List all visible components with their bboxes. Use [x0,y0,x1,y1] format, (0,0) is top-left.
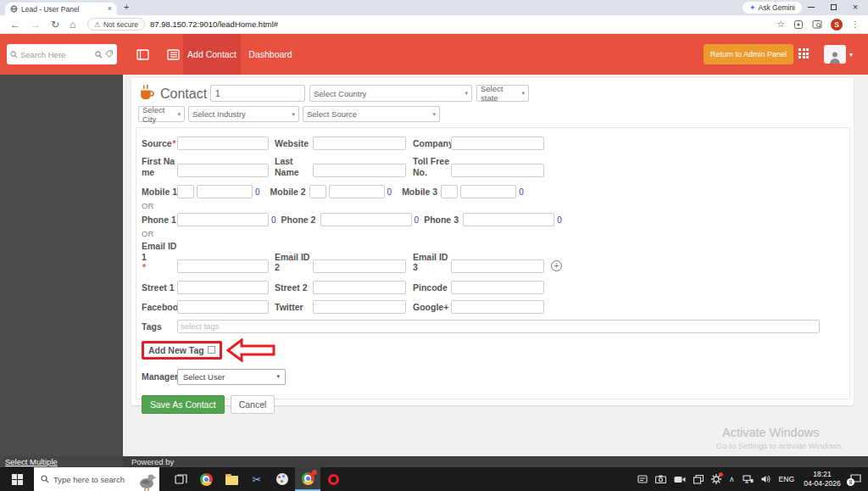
reload-icon[interactable]: ↻ [51,19,59,31]
facebook-input[interactable] [177,300,269,314]
twitter-input[interactable] [313,300,406,314]
tab-dashboard[interactable]: Dashboard [244,34,297,75]
tab-close-icon[interactable]: × [108,5,112,13]
add-new-tag-checkbox[interactable] [208,346,215,354]
cancel-button[interactable]: Cancel [231,395,275,414]
source-input[interactable] [177,137,269,150]
card-view-icon[interactable] [134,47,151,61]
paint3d-icon[interactable] [270,467,295,491]
mobile1-input[interactable] [197,185,253,198]
windows-logo-icon [12,474,23,485]
tray-app-icon[interactable] [637,475,648,483]
city-select[interactable]: Select City▾ [138,106,185,122]
user-avatar[interactable] [824,45,846,64]
phone1-input[interactable] [177,213,269,226]
camera-icon[interactable] [655,475,666,483]
taskbar-clock[interactable]: 18:21 04-04-2026 [802,470,843,488]
email3-input[interactable] [451,259,544,273]
file-explorer-icon[interactable] [219,467,244,491]
browser-tab[interactable]: Lead - User Panel × [5,3,117,15]
phone3-input[interactable] [463,213,554,226]
field-phone1: Phone 1* 0 [142,213,280,226]
field-manager: Manager Select User ▾ [142,369,843,385]
search-submit-icon[interactable] [95,51,103,59]
start-button[interactable] [0,467,34,491]
opera-icon[interactable] [320,467,346,491]
toll-free-input[interactable] [451,164,544,177]
last-name-input[interactable] [313,164,406,177]
gear-icon[interactable] [711,474,721,484]
tab-add-contact[interactable]: Add Contact [183,34,241,75]
tags-input[interactable] [177,320,820,333]
speaker-icon[interactable] [761,475,771,483]
video-camera-icon[interactable] [674,476,686,483]
app-search-input[interactable] [20,50,92,59]
extensions-icon[interactable] [793,20,804,30]
new-tab-button[interactable]: + [124,2,129,12]
save-as-contact-button[interactable]: Save As Contact [142,395,225,414]
ask-gemini-button[interactable]: ✦ Ask Gemini [743,2,802,14]
company-input[interactable] [451,137,544,150]
bookmark-star-icon[interactable]: ☆ [776,19,785,30]
snipping-tool-icon[interactable]: ✂ [244,467,270,491]
forward-icon[interactable]: → [31,19,41,31]
field-street2: Street 2 [275,281,409,294]
task-view-icon[interactable] [168,467,193,491]
select-multiple-link[interactable]: Select Multiple [0,456,123,467]
mobile1-code-input[interactable] [177,185,194,198]
phone2-input[interactable] [320,213,412,226]
window-stack-icon[interactable] [693,475,704,484]
taskbar-search-input[interactable] [53,475,126,484]
home-icon[interactable]: ⌂ [70,19,75,31]
back-icon[interactable]: ← [10,19,20,31]
apps-grid-icon[interactable] [798,48,810,60]
add-email-icon[interactable]: + [551,260,562,271]
field-email3: Email ID 3 [413,252,544,273]
list-view-icon[interactable] [164,47,181,61]
warning-icon: ⚠ [94,20,101,29]
language-indicator[interactable]: ENG [779,475,794,483]
chrome-icon[interactable] [193,467,219,491]
googleplus-input[interactable] [451,300,544,314]
field-first-name: First Name [142,156,271,177]
search-tabs-icon[interactable] [812,20,822,30]
user-menu-caret-icon[interactable]: ▾ [849,51,853,59]
mobile3-code-input[interactable] [441,185,458,198]
tray-chevron-up-icon[interactable]: ∧ [729,475,735,483]
street2-input[interactable] [313,281,406,294]
source-select[interactable]: Select Source▾ [303,106,440,122]
field-googleplus: Google+ [413,300,544,314]
tag-icon[interactable] [105,50,114,59]
network-icon[interactable] [743,475,754,483]
mobile2-input[interactable] [329,185,385,198]
manager-select[interactable]: Select User ▾ [177,369,286,385]
pincode-input[interactable] [451,281,544,294]
mobile3-input[interactable] [460,185,516,198]
address-url[interactable]: 87.98.150.72:9010/leadHome.html# [150,20,278,29]
state-select[interactable]: Select state▾ [476,85,529,102]
email2-input[interactable] [313,259,406,273]
window-close-button[interactable]: × [846,0,865,14]
country-select[interactable]: Select Country▾ [309,85,472,102]
taskbar-search-box[interactable] [34,467,159,491]
security-label: Not secure [103,20,138,29]
serial-input[interactable] [210,85,305,102]
mobile2-code-input[interactable] [309,185,326,198]
security-chip[interactable]: ⚠ Not secure [87,18,145,31]
return-to-admin-button[interactable]: Return to Admin Panel [704,44,793,64]
website-input[interactable] [313,137,406,150]
window-minimize-button[interactable] [802,0,821,14]
email1-input[interactable] [177,259,269,273]
street1-input[interactable] [177,281,269,294]
first-name-input[interactable] [177,164,269,177]
field-twitter: Twitter [275,300,409,314]
profile-avatar[interactable]: S [831,19,843,31]
chrome-active-icon[interactable] [295,467,320,491]
action-center-icon[interactable]: 8 [850,474,861,484]
browser-menu-icon[interactable]: ⋮ [851,20,860,29]
field-mobile3: Mobile 3 0 [402,185,527,198]
industry-select[interactable]: Select Industry▾ [188,106,299,122]
window-maximize-button[interactable] [824,0,843,14]
phone2-counter: 0 [415,215,420,225]
app-search-box[interactable] [7,44,117,64]
